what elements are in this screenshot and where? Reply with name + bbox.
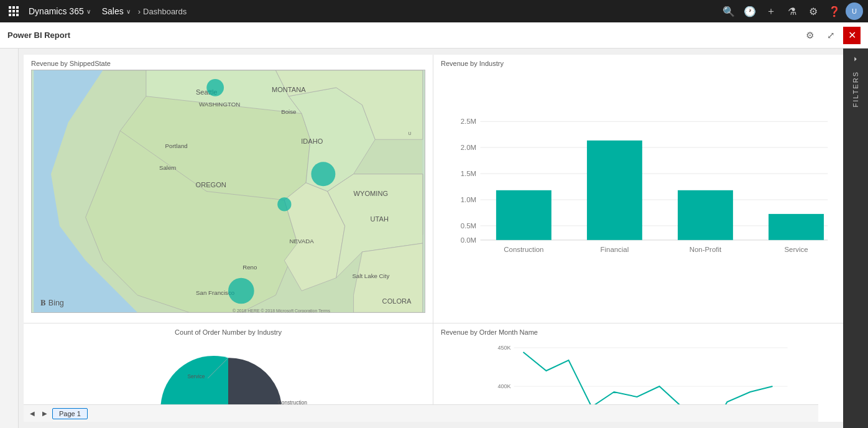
content-area: Revenue by ShippedState	[19, 49, 868, 428]
svg-text:Service: Service	[187, 373, 205, 379]
breadcrumb: › Dashboards	[138, 7, 187, 16]
page-navigation: ◀ ▶ Page 1	[24, 404, 818, 422]
map-svg: Seattle WASHINGTON Portland Salem OREGON…	[32, 70, 425, 312]
module-label[interactable]: Sales ∨	[97, 6, 136, 16]
svg-rect-55	[496, 190, 552, 240]
topbar: Dynamics 365 ∨ Sales ∨ › Dashboards 🔍 🕐 …	[0, 0, 868, 22]
subheader-expand-icon[interactable]: ⤢	[822, 27, 839, 44]
settings-button[interactable]: ⚙	[803, 1, 823, 21]
main-area: Revenue by ShippedState	[0, 49, 868, 428]
svg-rect-6	[9, 14, 11, 16]
svg-text:2.5M: 2.5M	[461, 118, 476, 125]
svg-text:450K: 450K	[497, 345, 510, 351]
bar-chart-svg: 2.5M 2.0M 1.5M 1.0M 0.5M 0.0M Constructi…	[441, 70, 836, 315]
page-tab-1[interactable]: Page 1	[52, 408, 88, 419]
svg-point-40	[228, 278, 254, 304]
page-title: Power BI Report	[7, 30, 70, 40]
svg-text:U: U	[408, 131, 411, 136]
svg-rect-7	[12, 14, 15, 16]
svg-text:Financial: Financial	[601, 246, 629, 253]
filters-label: FILTERS	[852, 67, 859, 111]
svg-text:Service: Service	[784, 246, 808, 253]
svg-point-37	[206, 79, 224, 96]
subheader-actions: ⚙ ⤢ ✕	[801, 27, 861, 44]
svg-text:1.5M: 1.5M	[461, 170, 476, 177]
svg-text:Non-Profit: Non-Profit	[690, 246, 722, 253]
svg-text:𝐁 Bing: 𝐁 Bing	[40, 299, 64, 307]
page-prev-button[interactable]: ◀	[27, 409, 37, 418]
pie-chart-title: Count of Order Number by Industry	[175, 328, 282, 336]
brand-chevron-icon: ∨	[86, 8, 91, 15]
svg-text:0.5M: 0.5M	[461, 222, 476, 230]
svg-text:UTAH: UTAH	[371, 215, 389, 223]
svg-rect-61	[769, 214, 824, 240]
module-chevron-icon: ∨	[126, 8, 131, 15]
topbar-actions: 🔍 🕐 ＋ ⚗ ⚙ ❓ U	[719, 1, 863, 21]
svg-text:© 2018 HERE © 2018 Microsoft C: © 2018 HERE © 2018 Microsoft Corporation…	[233, 309, 331, 312]
svg-rect-1	[12, 6, 15, 9]
svg-text:MONTANA: MONTANA	[272, 86, 306, 93]
filters-chevron-button[interactable]	[843, 49, 868, 67]
svg-text:WYOMING: WYOMING	[354, 190, 389, 197]
svg-text:OREGON: OREGON	[196, 181, 226, 188]
map-chart-title: Revenue by ShippedState	[31, 60, 425, 67]
svg-text:IDAHO: IDAHO	[301, 137, 323, 145]
page-next-button[interactable]: ▶	[40, 409, 50, 418]
add-button[interactable]: ＋	[761, 1, 781, 21]
svg-point-39	[277, 197, 291, 211]
svg-text:1.0M: 1.0M	[461, 196, 476, 203]
subheader: Power BI Report ⚙ ⤢ ✕	[0, 22, 868, 49]
svg-text:Reno: Reno	[242, 264, 257, 271]
svg-rect-0	[9, 6, 11, 9]
svg-rect-3	[9, 10, 11, 12]
history-button[interactable]: 🕐	[740, 1, 760, 21]
help-button[interactable]: ❓	[824, 1, 844, 21]
apps-icon[interactable]	[5, 2, 22, 20]
map-section: Revenue by ShippedState	[24, 55, 433, 323]
svg-rect-4	[12, 10, 15, 12]
filter-button[interactable]: ⚗	[782, 1, 802, 21]
svg-text:400K: 400K	[497, 383, 510, 389]
svg-text:Portland: Portland	[165, 142, 187, 149]
bar-chart-title: Revenue by Industry	[441, 60, 836, 67]
svg-text:NEVADA: NEVADA	[290, 238, 315, 244]
report-grid: Revenue by ShippedState	[24, 55, 843, 403]
svg-point-38	[311, 162, 335, 186]
svg-rect-57	[587, 141, 642, 240]
map-visual[interactable]: Seattle WASHINGTON Portland Salem OREGON…	[31, 70, 425, 313]
svg-text:Construction: Construction	[504, 246, 543, 253]
svg-text:COLORA: COLORA	[382, 297, 412, 305]
close-button[interactable]: ✕	[843, 27, 861, 44]
filters-panel: FILTERS	[843, 49, 868, 428]
svg-rect-2	[16, 6, 19, 9]
brand-label[interactable]: Dynamics 365 ∨	[25, 6, 95, 16]
bar-chart-section: Revenue by Industry 2.5M 2.	[433, 55, 843, 323]
breadcrumb-arrow-icon: ›	[138, 7, 141, 16]
report-container: Revenue by ShippedState	[24, 55, 843, 422]
svg-text:Salem: Salem	[159, 164, 177, 171]
svg-text:Salt Lake City: Salt Lake City	[352, 272, 389, 279]
left-sidebar	[0, 49, 19, 428]
svg-text:2.0M: 2.0M	[461, 144, 476, 151]
svg-rect-5	[16, 10, 19, 12]
svg-text:Boise: Boise	[281, 108, 296, 115]
line-chart-title: Revenue by Order Month Name	[441, 328, 836, 336]
svg-rect-8	[16, 14, 19, 16]
svg-text:0.0M: 0.0M	[461, 236, 476, 244]
svg-text:WASHINGTON: WASHINGTON	[199, 101, 240, 108]
svg-rect-59	[678, 190, 733, 240]
user-avatar[interactable]: U	[846, 2, 863, 20]
subheader-settings-icon[interactable]: ⚙	[801, 27, 818, 44]
search-button[interactable]: 🔍	[719, 1, 739, 21]
